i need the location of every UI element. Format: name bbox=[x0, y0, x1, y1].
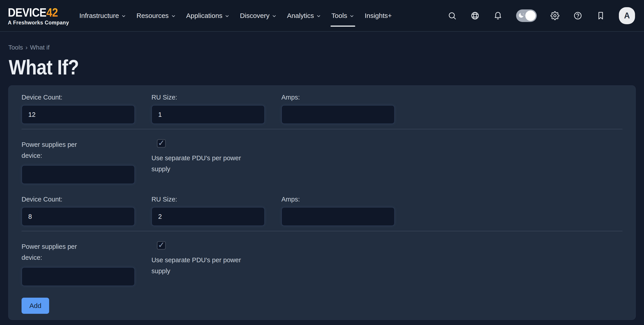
nav-item-applications[interactable]: Applications bbox=[186, 10, 230, 21]
breadcrumb-separator: › bbox=[25, 44, 28, 51]
settings-button[interactable] bbox=[550, 11, 560, 20]
chevron-down-icon bbox=[171, 14, 176, 18]
power-supplies-label: Power supplies per device: bbox=[22, 241, 97, 263]
bookmark-icon bbox=[596, 11, 605, 20]
avatar-initial: A bbox=[624, 11, 630, 20]
breadcrumb-current: What if bbox=[30, 44, 50, 51]
divider bbox=[22, 231, 622, 231]
chevron-down-icon bbox=[316, 14, 321, 18]
separate-pdu-label: Use separate PDU's per power supply bbox=[152, 153, 254, 175]
logo-number-text: 42 bbox=[46, 5, 58, 19]
top-navbar: DEVICE 42 A Freshworks Company Infrastru… bbox=[0, 0, 644, 32]
amps-field-1: Amps: bbox=[282, 94, 395, 124]
amps-label: Amps: bbox=[282, 94, 395, 101]
device-count-label: Device Count: bbox=[22, 94, 135, 101]
toggle-knob bbox=[525, 10, 536, 21]
chevron-down-icon bbox=[224, 14, 230, 18]
chevron-down-icon bbox=[272, 14, 277, 18]
nav-item-label: Tools bbox=[332, 12, 347, 19]
power-supplies-input-2[interactable] bbox=[22, 267, 135, 286]
page-title: What If? bbox=[9, 56, 79, 79]
nav-item-tools[interactable]: Tools bbox=[332, 10, 354, 21]
logo-brand-text: DEVICE bbox=[8, 5, 46, 19]
nav-item-insights[interactable]: Insights+ bbox=[365, 10, 392, 21]
ru-size-input-1[interactable] bbox=[152, 105, 265, 124]
device-count-label: Device Count: bbox=[22, 196, 135, 203]
logo-tagline: A Freshworks Company bbox=[8, 20, 69, 26]
nav-item-label: Resources bbox=[136, 12, 168, 19]
divider bbox=[22, 129, 622, 129]
user-avatar[interactable]: A bbox=[619, 7, 635, 24]
separate-pdu-group-2: ✓ Use separate PDU's per power supply bbox=[152, 241, 286, 286]
nav-item-resources[interactable]: Resources bbox=[136, 10, 176, 21]
device-count-field-2: Device Count: bbox=[22, 196, 135, 226]
nav-item-label: Discovery bbox=[240, 12, 270, 19]
power-supplies-field-2: Power supplies per device: bbox=[22, 241, 135, 286]
main-nav: Infrastructure Resources Applications Di… bbox=[79, 10, 392, 21]
device-count-input-2[interactable] bbox=[22, 207, 135, 226]
navbar-actions: A bbox=[448, 7, 635, 24]
bookmark-button[interactable] bbox=[596, 11, 606, 20]
device-count-input-1[interactable] bbox=[22, 105, 135, 124]
breadcrumb: Tools › What if bbox=[8, 44, 636, 51]
breadcrumb-tools-link[interactable]: Tools bbox=[8, 44, 23, 51]
bell-icon bbox=[494, 11, 502, 20]
check-icon: ✓ bbox=[158, 241, 165, 249]
logo-wordmark: DEVICE 42 bbox=[8, 5, 62, 19]
device-spec-row-1: Device Count: RU Size: Amps: bbox=[22, 94, 622, 124]
add-button[interactable]: Add bbox=[22, 298, 49, 314]
help-button[interactable] bbox=[573, 11, 582, 20]
power-supplies-row-1: Power supplies per device: ✓ Use separat… bbox=[22, 139, 622, 184]
ru-size-field-2: RU Size: bbox=[152, 196, 265, 226]
power-supplies-label: Power supplies per device: bbox=[22, 139, 97, 161]
notifications-button[interactable] bbox=[493, 11, 503, 20]
separate-pdu-group-1: ✓ Use separate PDU's per power supply bbox=[152, 139, 286, 184]
amps-input-1[interactable] bbox=[282, 105, 395, 124]
nav-item-label: Insights+ bbox=[365, 12, 392, 19]
what-if-form-card: Device Count: RU Size: Amps: Power suppl… bbox=[8, 85, 636, 320]
ru-size-label: RU Size: bbox=[152, 94, 265, 101]
nav-item-label: Analytics bbox=[287, 12, 314, 19]
globe-button[interactable] bbox=[470, 11, 480, 20]
ru-size-input-2[interactable] bbox=[152, 207, 265, 226]
ru-size-field-1: RU Size: bbox=[152, 94, 265, 124]
nav-item-infrastructure[interactable]: Infrastructure bbox=[79, 10, 126, 21]
chevron-down-icon bbox=[121, 14, 126, 18]
nav-item-label: Infrastructure bbox=[79, 12, 119, 19]
separate-pdu-checkbox-1[interactable]: ✓ bbox=[157, 139, 166, 148]
check-icon: ✓ bbox=[158, 139, 165, 147]
main-content: Tools › What if What If? Device Count: R… bbox=[0, 44, 644, 320]
nav-item-discovery[interactable]: Discovery bbox=[240, 10, 277, 21]
help-icon bbox=[573, 11, 582, 20]
power-supplies-row-2: Power supplies per device: ✓ Use separat… bbox=[22, 241, 622, 286]
device-spec-row-2: Device Count: RU Size: Amps: bbox=[22, 196, 622, 226]
globe-icon bbox=[470, 11, 480, 20]
nav-item-label: Applications bbox=[186, 12, 222, 19]
separate-pdu-checkbox-2[interactable]: ✓ bbox=[157, 241, 166, 250]
power-supplies-input-1[interactable] bbox=[22, 165, 135, 184]
moon-icon bbox=[518, 12, 526, 19]
theme-toggle[interactable] bbox=[516, 9, 537, 22]
power-supplies-field-1: Power supplies per device: bbox=[22, 139, 135, 184]
separate-pdu-label: Use separate PDU's per power supply bbox=[152, 255, 254, 277]
amps-label: Amps: bbox=[282, 196, 395, 203]
search-button[interactable] bbox=[448, 11, 457, 20]
nav-item-analytics[interactable]: Analytics bbox=[287, 10, 321, 21]
ru-size-label: RU Size: bbox=[152, 196, 265, 203]
amps-input-2[interactable] bbox=[282, 207, 395, 226]
device42-logo[interactable]: DEVICE 42 A Freshworks Company bbox=[8, 5, 69, 26]
search-icon bbox=[448, 11, 457, 20]
chevron-down-icon bbox=[350, 14, 354, 18]
device-count-field-1: Device Count: bbox=[22, 94, 135, 124]
amps-field-2: Amps: bbox=[282, 196, 395, 226]
gear-icon bbox=[550, 11, 560, 20]
